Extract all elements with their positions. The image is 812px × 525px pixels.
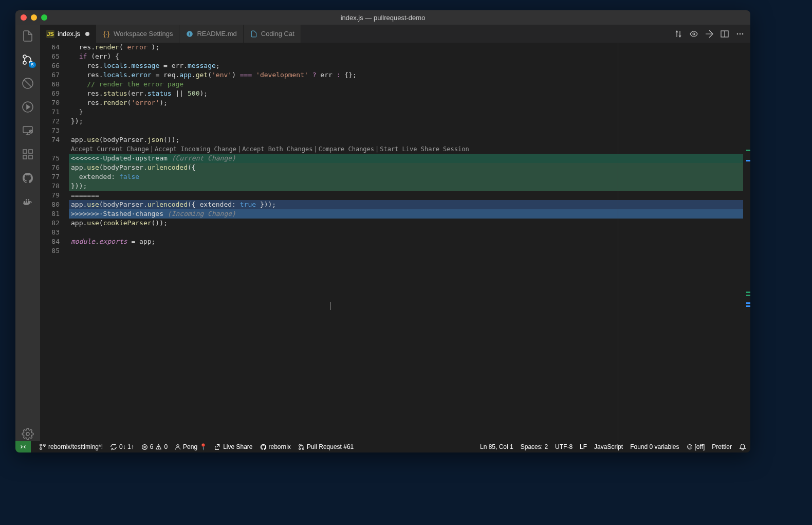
maximize-window-button[interactable] <box>41 14 47 21</box>
line-number-gutter: 64 65 66 67 68 69 70 71 72 73 74 75 76 7… <box>40 43 69 441</box>
settings-gear-icon[interactable] <box>21 427 35 441</box>
user-status[interactable]: Peng 📍 <box>175 443 207 450</box>
traffic-lights <box>21 14 47 21</box>
split-editor-icon[interactable] <box>721 30 729 38</box>
language-mode[interactable]: JavaScript <box>594 443 623 450</box>
settings-file-icon: {·} <box>102 30 110 38</box>
prettier-status[interactable]: Prettier <box>712 443 732 450</box>
merge-conflict-codelens: Accept Current Change | Accept Incoming … <box>69 144 743 154</box>
window-title: index.js — pullrequest-demo <box>341 14 426 22</box>
svg-point-17 <box>26 432 29 436</box>
indent-status[interactable]: Spaces: 2 <box>521 443 548 450</box>
svg-point-26 <box>40 444 42 446</box>
more-actions-icon[interactable] <box>736 30 744 38</box>
tab-label: README.md <box>197 30 236 38</box>
editor-area: JS index.js {·} Workspace Settings i REA… <box>40 25 750 441</box>
modified-indicator-icon <box>85 32 89 36</box>
editor-ruler <box>618 43 618 441</box>
svg-line-4 <box>24 80 31 87</box>
svg-point-25 <box>742 33 744 34</box>
svg-point-35 <box>299 444 301 446</box>
remote-indicator[interactable] <box>15 441 31 452</box>
svg-point-33 <box>159 448 159 448</box>
branch-status[interactable]: rebornix/testtiming*! <box>39 443 103 450</box>
preview-icon[interactable] <box>690 30 698 38</box>
svg-point-34 <box>177 445 179 447</box>
text-cursor <box>330 301 330 310</box>
feedback-status[interactable]: [off] <box>687 443 705 450</box>
accept-current-link[interactable]: Accept Current Change <box>71 144 149 154</box>
main-area: 5 <box>15 25 750 441</box>
tab-label: Coding Cat <box>261 30 294 38</box>
info-file-icon: i <box>186 30 194 38</box>
github-status[interactable]: rebornix <box>260 443 291 450</box>
problems-status[interactable]: 6 0 <box>141 443 168 450</box>
editor-body[interactable]: 64 65 66 67 68 69 70 71 72 73 74 75 76 7… <box>40 43 750 441</box>
minimap[interactable] <box>743 43 750 441</box>
tab-label: index.js <box>58 30 80 38</box>
pull-request-status[interactable]: Pull Request #61 <box>298 443 354 450</box>
js-file-icon: JS <box>46 30 54 38</box>
compare-changes-link[interactable]: Compare Changes <box>319 144 374 154</box>
open-changes-icon[interactable] <box>705 30 713 38</box>
scm-badge: 5 <box>29 62 36 68</box>
svg-point-37 <box>302 448 304 449</box>
svg-point-0 <box>23 55 26 58</box>
tab-coding-cat[interactable]: Coding Cat <box>244 25 301 43</box>
activity-bar: 5 <box>15 25 40 441</box>
remote-explorer-icon[interactable] <box>21 123 35 138</box>
svg-rect-13 <box>23 150 27 153</box>
vscode-window: index.js — pullrequest-demo 5 <box>15 10 750 452</box>
minimize-window-button[interactable] <box>31 14 37 21</box>
svg-point-40 <box>690 446 691 446</box>
accept-incoming-link[interactable]: Accept Incoming Change <box>155 144 236 154</box>
titlebar: index.js — pullrequest-demo <box>15 10 750 25</box>
notifications-icon[interactable] <box>739 443 746 450</box>
accept-both-link[interactable]: Accept Both Changes <box>242 144 312 154</box>
tab-label: Workspace Settings <box>114 30 173 38</box>
code-content[interactable]: res.render( error ); if (err) { res.loca… <box>69 43 743 441</box>
svg-point-24 <box>740 33 741 34</box>
sync-status[interactable]: 0↓ 1↑ <box>110 443 134 450</box>
start-live-share-link[interactable]: Start Live Share Session <box>380 144 469 154</box>
source-control-icon[interactable]: 5 <box>21 52 35 67</box>
docker-icon[interactable] <box>21 194 35 209</box>
encoding-status[interactable]: UTF-8 <box>555 443 573 450</box>
status-bar: rebornix/testtiming*! 0↓ 1↑ 6 0 Peng 📍 L… <box>15 441 750 452</box>
compare-changes-icon[interactable] <box>674 30 682 38</box>
tab-readme[interactable]: i README.md <box>179 25 243 43</box>
generic-file-icon <box>250 30 258 38</box>
editor-actions <box>668 25 750 43</box>
svg-rect-14 <box>29 150 32 153</box>
debug-icon[interactable] <box>21 100 35 114</box>
eol-status[interactable]: LF <box>580 443 587 450</box>
svg-point-2 <box>23 61 26 64</box>
live-share-status[interactable]: Live Share <box>214 443 252 450</box>
svg-point-39 <box>689 446 689 446</box>
close-window-button[interactable] <box>21 14 27 21</box>
cursor-position[interactable]: Ln 85, Col 1 <box>480 443 513 450</box>
svg-point-23 <box>737 33 739 34</box>
no-entry-icon[interactable] <box>21 76 35 90</box>
variables-status[interactable]: Found 0 variables <box>630 443 679 450</box>
svg-rect-16 <box>29 155 32 159</box>
tab-workspace-settings[interactable]: {·} Workspace Settings <box>96 25 179 43</box>
svg-text:i: i <box>189 31 190 36</box>
svg-rect-15 <box>23 155 27 159</box>
svg-point-20 <box>693 33 695 35</box>
svg-marker-6 <box>27 105 30 109</box>
github-icon[interactable] <box>21 171 35 185</box>
tab-index-js[interactable]: JS index.js <box>40 25 96 43</box>
svg-point-27 <box>40 448 42 450</box>
tab-bar: JS index.js {·} Workspace Settings i REA… <box>40 25 750 43</box>
svg-point-36 <box>299 448 301 449</box>
extensions-icon[interactable] <box>21 147 35 161</box>
svg-point-38 <box>687 445 692 449</box>
explorer-icon[interactable] <box>21 29 35 43</box>
